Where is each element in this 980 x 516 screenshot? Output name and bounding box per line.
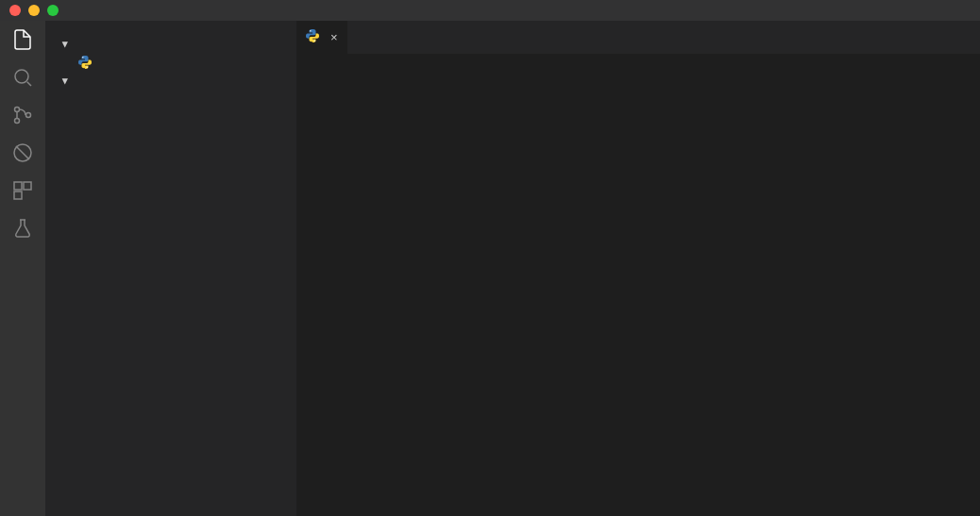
debug-icon[interactable] bbox=[11, 141, 34, 164]
beaker-icon[interactable] bbox=[11, 217, 34, 240]
editor-tabs: × bbox=[296, 21, 980, 54]
explorer-icon[interactable] bbox=[11, 28, 34, 51]
svg-point-8 bbox=[82, 57, 83, 58]
svg-point-10 bbox=[310, 30, 311, 31]
chevron-down-icon: ▾ bbox=[62, 38, 70, 50]
activity-bar bbox=[0, 21, 45, 516]
close-icon[interactable]: × bbox=[330, 30, 338, 44]
open-editors-header[interactable]: ▾ bbox=[45, 36, 296, 52]
python-file-icon bbox=[77, 55, 93, 70]
open-editor-item[interactable] bbox=[45, 52, 296, 73]
project-header[interactable]: ▾ bbox=[45, 73, 296, 89]
extensions-icon[interactable] bbox=[11, 179, 34, 202]
svg-point-9 bbox=[86, 67, 87, 68]
svg-point-3 bbox=[26, 113, 31, 118]
window-close-icon[interactable] bbox=[9, 5, 21, 16]
chevron-down-icon: ▾ bbox=[62, 75, 70, 87]
source-control-icon[interactable] bbox=[11, 104, 34, 126]
tab-crifanfile[interactable]: × bbox=[296, 21, 347, 54]
svg-point-1 bbox=[15, 108, 20, 112]
python-file-icon bbox=[306, 29, 319, 45]
sidebar-title bbox=[45, 21, 296, 36]
search-icon[interactable] bbox=[11, 66, 34, 89]
window-minimize-icon[interactable] bbox=[28, 5, 40, 16]
svg-point-0 bbox=[15, 70, 28, 83]
svg-rect-6 bbox=[24, 182, 31, 190]
svg-rect-5 bbox=[14, 182, 22, 190]
titlebar bbox=[0, 0, 980, 21]
code-content[interactable] bbox=[344, 54, 980, 516]
sidebar: ▾ ▾ bbox=[45, 21, 296, 516]
window-maximize-icon[interactable] bbox=[47, 5, 59, 16]
code-editor[interactable] bbox=[296, 54, 980, 516]
svg-point-2 bbox=[15, 119, 20, 124]
svg-rect-7 bbox=[14, 191, 22, 199]
line-gutter bbox=[296, 54, 344, 516]
svg-point-11 bbox=[313, 41, 314, 42]
